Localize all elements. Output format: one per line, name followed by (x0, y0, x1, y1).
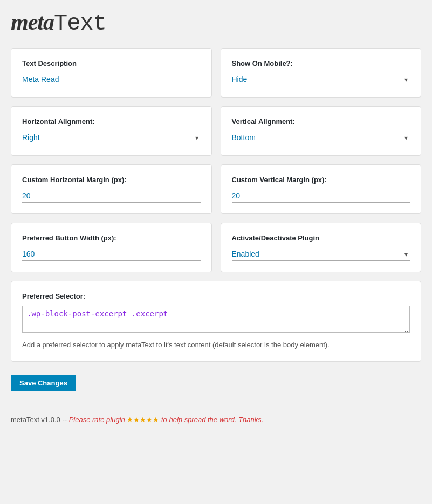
preferred-button-width-label: Preferred Button Width (px): (22, 234, 201, 242)
custom-horizontal-margin-card: Custom Horizontal Margin (px): (11, 164, 212, 214)
vertical-alignment-label: Vertical Alignment: (232, 118, 410, 126)
activate-deactivate-select[interactable]: Enabled Disabled (232, 247, 410, 261)
custom-vertical-margin-card: Custom Vertical Margin (px): (221, 164, 422, 214)
row-2: Horizontal Alignment: Left Center Right … (11, 106, 421, 156)
save-changes-button[interactable]: Save Changes (11, 375, 76, 391)
text-description-label: Text Description (22, 59, 201, 67)
text-description-card: Text Description (11, 48, 212, 98)
vertical-alignment-card: Vertical Alignment: Top Center Bottom ▾ (221, 106, 422, 156)
horizontal-alignment-select-wrapper: Left Center Right ▾ (22, 131, 201, 144)
footer-rate-text: Please rate plugin (69, 416, 127, 424)
preferred-selector-textarea-wrapper: .wp-block-post-excerpt .excerpt (22, 306, 410, 334)
preferred-selector-card: Preferred Selector: .wp-block-post-excer… (11, 281, 421, 362)
horizontal-alignment-label: Horizontal Alignment: (22, 118, 201, 126)
logo: metaText (11, 11, 421, 35)
show-on-mobile-label: Show On Mobile?: (232, 59, 410, 67)
footer-stars: ★★★★★ (127, 416, 159, 424)
activate-deactivate-label: Activate/Deactivate Plugin (232, 234, 410, 242)
text-description-input[interactable] (22, 73, 201, 86)
custom-vertical-margin-label: Custom Vertical Margin (px): (232, 176, 410, 184)
row-3: Custom Horizontal Margin (px): Custom Ve… (11, 164, 421, 214)
vertical-alignment-select[interactable]: Top Center Bottom (232, 131, 410, 144)
custom-horizontal-margin-input[interactable] (22, 189, 201, 203)
footer: metaText v1.0.0 -- Please rate plugin ★★… (11, 409, 421, 424)
vertical-alignment-select-wrapper: Top Center Bottom ▾ (232, 131, 410, 144)
activate-deactivate-select-wrapper: Enabled Disabled ▾ (232, 247, 410, 261)
preferred-button-width-input[interactable] (22, 247, 201, 261)
activate-deactivate-card: Activate/Deactivate Plugin Enabled Disab… (221, 223, 422, 272)
show-on-mobile-select[interactable]: Hide Show (232, 73, 410, 86)
custom-vertical-margin-input[interactable] (232, 189, 410, 203)
logo-text-part: Text (54, 11, 106, 37)
custom-horizontal-margin-label: Custom Horizontal Margin (px): (22, 176, 201, 184)
preferred-button-width-card: Preferred Button Width (px): (11, 223, 212, 272)
preferred-selector-helper: Add a preferred selector to apply metaTe… (22, 340, 410, 350)
preferred-selector-label: Preferred Selector: (22, 292, 410, 300)
horizontal-alignment-select[interactable]: Left Center Right (22, 131, 201, 144)
footer-version: metaText v1.0.0 -- (11, 416, 67, 424)
row-4: Preferred Button Width (px): Activate/De… (11, 223, 421, 272)
footer-thanks: to help spread the word. Thanks. (161, 416, 263, 424)
horizontal-alignment-card: Horizontal Alignment: Left Center Right … (11, 106, 212, 156)
row-1: Text Description Show On Mobile?: Hide S… (11, 48, 421, 98)
show-on-mobile-select-wrapper: Hide Show ▾ (232, 73, 410, 86)
logo-meta: meta (11, 10, 54, 34)
preferred-selector-textarea[interactable]: .wp-block-post-excerpt .excerpt (22, 306, 410, 333)
show-on-mobile-card: Show On Mobile?: Hide Show ▾ (221, 48, 422, 98)
